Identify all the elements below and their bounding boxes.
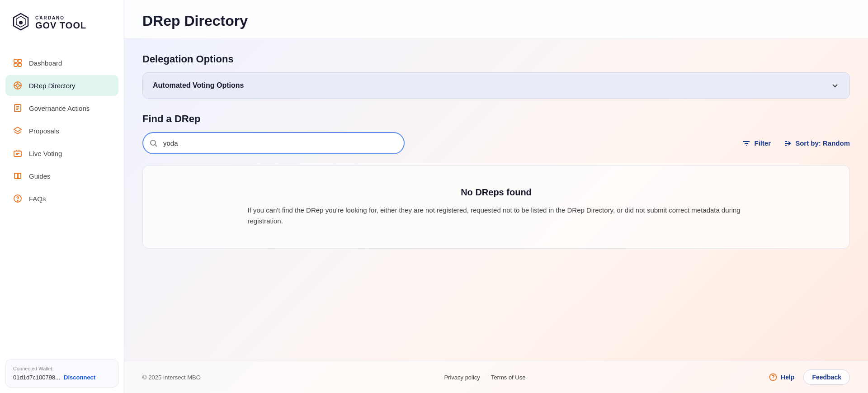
svg-rect-5 (14, 63, 17, 66)
page-header: DRep Directory (124, 0, 868, 39)
find-drep-section: Find a DRep (142, 113, 850, 249)
svg-point-25 (151, 140, 156, 145)
sidebar-item-guides[interactable]: Guides (5, 166, 118, 186)
logo-top-text: CARDANO (35, 15, 86, 20)
delegation-dropdown[interactable]: Automated Voting Options (142, 72, 850, 99)
grid-icon (13, 58, 23, 68)
footer-links: Privacy policy Terms of Use (444, 374, 525, 381)
no-results-card: No DReps found If you can't find the DRe… (142, 165, 850, 249)
sidebar-item-live-voting-label: Live Voting (29, 150, 62, 157)
find-drep-title: Find a DRep (142, 113, 850, 125)
wallet-address: 01d1d7c100798... (13, 374, 60, 381)
sidebar-item-drep-directory[interactable]: DRep Directory (5, 75, 118, 96)
drep-icon (13, 80, 23, 90)
sidebar-item-dashboard[interactable]: Dashboard (5, 52, 118, 73)
svg-line-26 (155, 144, 157, 147)
sidebar-nav: Dashboard DRep Directory (0, 45, 124, 354)
content-area: Delegation Options Automated Voting Opti… (124, 39, 868, 361)
svg-point-24 (17, 200, 18, 201)
search-wrapper (142, 132, 405, 154)
svg-marker-17 (14, 127, 21, 132)
sidebar: CARDANO GOV TOOL Dashboard (0, 0, 124, 393)
svg-point-2 (19, 21, 23, 24)
layers-icon (13, 126, 23, 136)
filter-icon (742, 139, 750, 147)
footer-copyright: © 2025 Intersect MBO (142, 374, 201, 381)
live-icon (13, 148, 23, 158)
book-icon (13, 171, 23, 181)
sidebar-item-faqs[interactable]: FAQs (5, 188, 118, 209)
logo-text: CARDANO GOV TOOL (35, 15, 86, 30)
sidebar-item-drep-label: DRep Directory (29, 82, 75, 90)
sort-button[interactable]: Sort by: Random (783, 139, 850, 147)
help-button[interactable]: Help (769, 373, 794, 381)
svg-rect-18 (14, 151, 21, 156)
wallet-label: Connected Wallet: (13, 366, 111, 371)
sidebar-item-proposals-label: Proposals (29, 127, 59, 135)
help-icon (769, 373, 777, 381)
sidebar-item-proposals[interactable]: Proposals (5, 120, 118, 141)
faq-icon (13, 194, 23, 204)
sort-icon (783, 139, 792, 147)
wallet-info: 01d1d7c100798... Disconnect (13, 374, 111, 381)
search-filter-row: Filter Sort by: Random (142, 132, 850, 154)
terms-of-use-link[interactable]: Terms of Use (491, 374, 526, 381)
sidebar-item-live-voting[interactable]: Live Voting (5, 143, 118, 164)
svg-point-34 (773, 379, 773, 379)
footer-actions: Help Feedback (769, 369, 850, 385)
logo-icon (11, 13, 31, 33)
search-icon (150, 139, 158, 147)
logo-area: CARDANO GOV TOOL (0, 0, 124, 45)
svg-rect-3 (14, 59, 17, 62)
delegation-section-title: Delegation Options (142, 53, 850, 65)
delegation-options-section: Delegation Options Automated Voting Opti… (142, 53, 850, 99)
filter-button[interactable]: Filter (742, 139, 771, 147)
sidebar-item-guides-label: Guides (29, 172, 51, 180)
sidebar-item-faqs-label: FAQs (29, 195, 46, 203)
delegation-dropdown-label: Automated Voting Options (153, 81, 244, 90)
help-label: Help (781, 374, 794, 381)
search-input[interactable] (142, 132, 405, 154)
sidebar-item-governance-actions[interactable]: Governance Actions (5, 98, 118, 118)
svg-rect-4 (18, 59, 21, 62)
footer: © 2025 Intersect MBO Privacy policy Term… (124, 361, 868, 393)
main-content: DRep Directory Delegation Options Automa… (124, 0, 868, 393)
privacy-policy-link[interactable]: Privacy policy (444, 374, 480, 381)
filter-sort-area: Filter Sort by: Random (742, 139, 850, 147)
sidebar-item-dashboard-label: Dashboard (29, 59, 62, 67)
no-results-description: If you can't find the DRep you're lookin… (248, 205, 745, 227)
feedback-button[interactable]: Feedback (803, 369, 850, 385)
disconnect-button[interactable]: Disconnect (64, 374, 95, 381)
svg-rect-6 (18, 63, 21, 66)
wallet-section: Connected Wallet: 01d1d7c100798... Disco… (5, 359, 118, 388)
no-results-title: No DReps found (161, 187, 831, 198)
chevron-down-icon (830, 81, 840, 90)
sidebar-item-governance-label: Governance Actions (29, 104, 90, 112)
feedback-label: Feedback (812, 374, 841, 381)
document-icon (13, 103, 23, 113)
svg-point-8 (16, 84, 19, 87)
logo-bottom-text: GOV TOOL (35, 20, 86, 30)
page-title: DRep Directory (142, 13, 850, 29)
